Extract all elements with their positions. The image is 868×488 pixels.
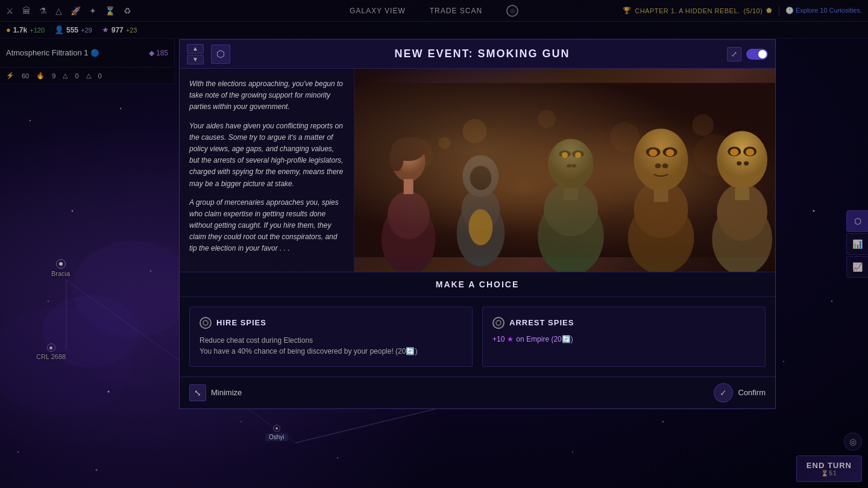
modal-footer: ⤡ Minimize ✓ Confirm — [180, 377, 775, 408]
minimize-label: Minimize — [211, 388, 242, 397]
svg-rect-38 — [354, 83, 775, 257]
svg-point-72 — [646, 147, 661, 157]
choice-header: MAKE A CHOICE — [180, 272, 775, 297]
choice1-title: HIRE SPIES — [216, 318, 266, 327]
modal-body: With the elections approaching, you've b… — [180, 69, 775, 272]
svg-point-74 — [649, 149, 658, 156]
svg-point-54 — [457, 200, 505, 266]
modal-header: ▲ ▼ ⬡ NEW EVENT: SMOKING GUN ⤢ — [180, 40, 775, 69]
modal-navigation: ▲ ▼ — [187, 44, 204, 64]
svg-rect-39 — [354, 83, 775, 257]
confirm-button[interactable]: ✓ Confirm — [714, 383, 766, 402]
choice-hire-spies[interactable]: HIRE SPIES Reduce cheat cost during Elec… — [189, 307, 473, 367]
choice2-radio — [492, 317, 505, 329]
svg-point-87 — [744, 161, 749, 166]
choice-section: MAKE A CHOICE HIRE SPIES Reduce cheat co… — [180, 272, 775, 377]
choice1-desc: Reduce cheat cost during Elections You h… — [200, 335, 462, 357]
bonus-plus: +10 — [492, 335, 505, 343]
svg-point-44 — [738, 136, 752, 150]
svg-point-80 — [717, 183, 767, 241]
toggle-knob — [758, 50, 767, 58]
svg-point-82 — [728, 146, 741, 156]
svg-point-70 — [634, 180, 688, 238]
choice1-radio — [200, 317, 212, 329]
svg-point-46 — [397, 137, 433, 173]
modal-prev-btn[interactable]: ▲ — [187, 44, 204, 54]
svg-point-64 — [562, 152, 568, 158]
svg-point-47 — [694, 134, 736, 176]
svg-point-41 — [538, 110, 556, 128]
modal-toggle[interactable] — [746, 49, 768, 60]
modal-cube-icon: ⬡ — [211, 45, 230, 64]
svg-point-83 — [743, 146, 756, 156]
choice1-header: HIRE SPIES — [200, 317, 462, 329]
choice1-desc1: Reduce cheat cost during Elections — [200, 335, 462, 346]
modal-next-btn[interactable]: ▼ — [187, 55, 204, 64]
svg-point-61 — [548, 139, 594, 189]
svg-point-62 — [559, 150, 571, 157]
svg-point-40 — [462, 119, 486, 143]
bonus-text: on Empire (20🔄) — [516, 335, 573, 343]
illustration-panel — [354, 69, 775, 272]
svg-point-66 — [567, 164, 571, 167]
svg-point-60 — [544, 182, 598, 236]
story-para1: With the elections approaching, you've b… — [189, 78, 344, 113]
svg-point-45 — [439, 137, 451, 149]
modal-expand-btn[interactable]: ⤢ — [727, 47, 741, 61]
toggle-track[interactable] — [746, 49, 768, 60]
svg-point-67 — [571, 164, 576, 167]
svg-rect-68 — [564, 188, 578, 200]
svg-point-42 — [610, 122, 640, 152]
choice2-bonus: +10 ★ on Empire (20🔄) — [492, 335, 755, 343]
svg-rect-53 — [404, 179, 414, 194]
minimize-button[interactable]: ⤡ Minimize — [189, 384, 242, 401]
svg-point-56 — [462, 155, 498, 197]
svg-point-71 — [634, 129, 688, 192]
choice2-header: ARREST SPIES — [492, 317, 755, 329]
svg-point-55 — [461, 188, 500, 230]
illustration-svg — [354, 69, 775, 272]
modal-title: NEW EVENT: SMOKING GUN — [237, 48, 727, 60]
svg-point-76 — [655, 163, 661, 168]
modal-actions: ⤢ — [727, 47, 768, 61]
svg-point-57 — [470, 166, 491, 190]
confirm-label: Confirm — [738, 388, 766, 397]
story-para3: A group of mercenaries approaches you, s… — [189, 197, 344, 255]
story-para2: Your aides have given you conflicting re… — [189, 120, 344, 190]
svg-point-84 — [730, 148, 738, 155]
choice2-radio-inner — [495, 320, 502, 326]
svg-rect-78 — [654, 190, 668, 202]
svg-rect-88 — [735, 188, 749, 200]
choice-arrest-spies[interactable]: ARREST SPIES +10 ★ on Empire (20🔄) — [482, 307, 766, 367]
choice2-title: ARREST SPIES — [509, 318, 574, 327]
svg-point-86 — [737, 161, 741, 166]
svg-point-75 — [666, 149, 675, 156]
minimize-icon: ⤡ — [189, 384, 206, 401]
svg-point-63 — [572, 150, 584, 157]
choice1-desc2: You have a 40% chance of being discovere… — [200, 346, 462, 357]
bonus-star-icon: ★ — [507, 335, 514, 343]
svg-point-48 — [382, 203, 436, 271]
svg-point-69 — [628, 202, 694, 271]
confirm-icon: ✓ — [714, 383, 733, 402]
svg-point-52 — [389, 145, 404, 171]
svg-point-73 — [663, 147, 678, 157]
svg-point-49 — [388, 191, 430, 239]
event-modal: ▲ ▼ ⬡ NEW EVENT: SMOKING GUN ⤢ With the … — [179, 39, 776, 409]
choice1-radio-inner — [203, 320, 209, 326]
svg-point-65 — [575, 152, 581, 158]
svg-point-43 — [692, 114, 714, 136]
svg-point-59 — [538, 197, 604, 271]
choice-options: HIRE SPIES Reduce cheat cost during Elec… — [180, 297, 775, 377]
story-panel: With the elections approaching, you've b… — [180, 69, 354, 272]
svg-point-85 — [746, 148, 754, 155]
svg-point-81 — [717, 131, 767, 189]
svg-point-51 — [392, 137, 426, 161]
svg-point-77 — [662, 163, 668, 168]
svg-point-79 — [712, 203, 772, 271]
svg-rect-37 — [354, 83, 775, 257]
svg-rect-89 — [354, 83, 775, 257]
svg-point-58 — [468, 209, 492, 245]
svg-point-50 — [392, 140, 426, 181]
